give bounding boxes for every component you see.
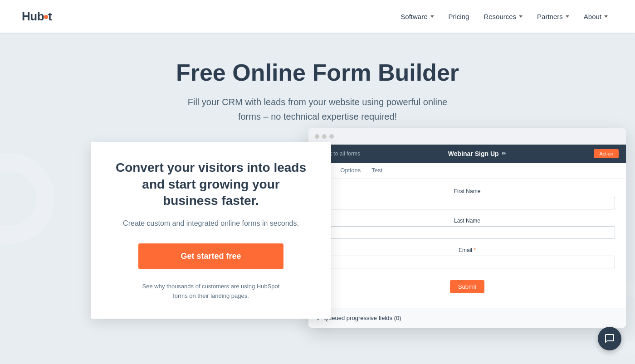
- lastname-label: Last Name: [319, 218, 615, 224]
- nav-link-pricing[interactable]: Pricing: [443, 9, 475, 24]
- get-started-button[interactable]: Get started free: [138, 243, 283, 269]
- nav-about-label: About: [584, 13, 601, 20]
- chevron-down-icon: [566, 15, 569, 18]
- bg-circle-left: [0, 153, 54, 244]
- nav-link-software[interactable]: Software: [395, 9, 439, 24]
- tabs-bar: Form Options Test: [308, 163, 626, 179]
- form-group-email: Email *: [319, 247, 615, 268]
- nav-item-resources: Resources: [478, 9, 528, 24]
- navbar: Hubt Software Pricing Resources Partners: [0, 0, 635, 33]
- chevron-down-icon: [519, 15, 523, 18]
- content-area: Convert your visitors into leads and sta…: [91, 142, 544, 359]
- card-footer-link: See why thousands of customers are using…: [138, 282, 283, 301]
- form-area: First Name Last Name Email *: [308, 179, 626, 308]
- chevron-down-icon: [604, 15, 608, 18]
- email-input[interactable]: [319, 256, 615, 268]
- hero-subtitle: Fill your CRM with leads from your websi…: [181, 95, 454, 124]
- firstname-label: First Name: [319, 188, 615, 194]
- nav-item-pricing: Pricing: [443, 9, 475, 24]
- hero-section: Free Online Form Builder Fill your CRM w…: [0, 33, 635, 364]
- form-group-lastname: Last Name: [319, 218, 615, 239]
- browser-dot-1: [315, 134, 319, 139]
- nav-software-label: Software: [401, 13, 427, 20]
- nav-partners-label: Partners: [537, 13, 563, 20]
- lastname-input[interactable]: [319, 226, 615, 239]
- progressive-label: Queued progressive fields (0): [324, 315, 401, 321]
- browser-content: Back to all forms Webinar Sign Up ✏ Acti…: [308, 145, 626, 328]
- form-title-bar: Webinar Sign Up ✏: [369, 150, 585, 157]
- logo[interactable]: Hubt: [22, 10, 52, 24]
- nav-link-resources[interactable]: Resources: [478, 9, 528, 24]
- action-button[interactable]: Action: [594, 149, 619, 158]
- browser-mockup: Back to all forms Webinar Sign Up ✏ Acti…: [308, 128, 626, 328]
- browser-dot-2: [322, 134, 327, 139]
- nav-pricing-label: Pricing: [449, 13, 469, 20]
- card-headline: Convert your visitors into leads and sta…: [113, 160, 308, 209]
- logo-text: Hubt: [22, 10, 52, 24]
- edit-icon[interactable]: ✏: [502, 150, 506, 157]
- browser-topbar: [308, 128, 626, 145]
- email-label: Email *: [319, 247, 615, 253]
- nav-item-about: About: [578, 9, 613, 24]
- nav-link-about[interactable]: About: [578, 9, 613, 24]
- nav-links: Software Pricing Resources Partners Abou…: [395, 9, 613, 24]
- required-indicator: *: [474, 247, 476, 253]
- submit-button[interactable]: Submit: [450, 280, 484, 293]
- tab-test[interactable]: Test: [371, 163, 382, 178]
- card-subtext: Create custom and integrated online form…: [123, 218, 299, 229]
- chat-bubble[interactable]: [598, 327, 621, 350]
- tab-options[interactable]: Options: [340, 163, 361, 178]
- nav-item-partners: Partners: [532, 9, 575, 24]
- white-card: Convert your visitors into leads and sta…: [91, 142, 331, 319]
- firstname-input[interactable]: [319, 197, 615, 209]
- progressive-fields-section[interactable]: Queued progressive fields (0): [308, 308, 626, 328]
- nav-resources-label: Resources: [484, 13, 516, 20]
- chat-icon: [604, 333, 615, 344]
- form-title: Webinar Sign Up: [448, 150, 499, 157]
- chevron-down-icon: [430, 15, 434, 18]
- browser-dot-3: [329, 134, 334, 139]
- nav-item-software: Software: [395, 9, 439, 24]
- browser-nav-bar: Back to all forms Webinar Sign Up ✏ Acti…: [308, 145, 626, 163]
- form-group-firstname: First Name: [319, 188, 615, 209]
- nav-link-partners[interactable]: Partners: [532, 9, 575, 24]
- hero-title: Free Online Form Builder: [0, 60, 635, 86]
